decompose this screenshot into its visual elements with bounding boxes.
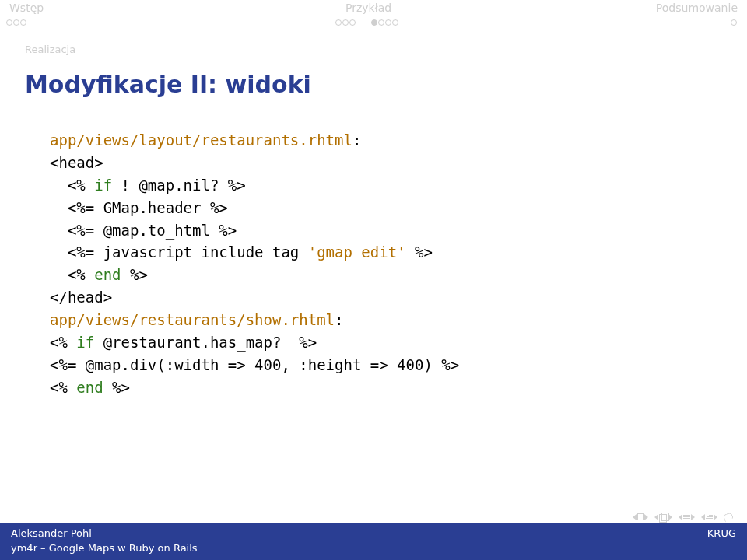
prev-slide-icon[interactable] (633, 513, 648, 520)
next-section-icon[interactable] (701, 514, 717, 520)
footer-talk: ym4r – Google Maps w Ruby on Rails (11, 542, 736, 554)
footer-author: Aleksander Pohl (11, 527, 92, 539)
prev-frame-icon[interactable] (654, 513, 672, 521)
subsection-label: Realizacja (0, 28, 747, 55)
code-block: app/views/layout/restaurants.rhtml: <hea… (0, 98, 747, 399)
footer-org: KRUG (707, 527, 736, 539)
nav-center[interactable]: Przykład (336, 0, 500, 17)
progress-dots (0, 17, 747, 28)
nav-sections: Wstęp Przykład Podsumowanie (0, 0, 747, 17)
slide-title: Modyfikacje II: widoki (0, 55, 747, 98)
nav-right[interactable]: Podsumowanie (500, 0, 747, 17)
footer: Aleksander Pohl KRUG ym4r – Google Maps … (0, 523, 747, 560)
prev-section-icon[interactable] (679, 514, 695, 520)
back-forward-icon[interactable] (724, 513, 733, 521)
nav-left[interactable]: Wstęp (0, 0, 336, 17)
beamer-nav-icons (633, 513, 733, 521)
